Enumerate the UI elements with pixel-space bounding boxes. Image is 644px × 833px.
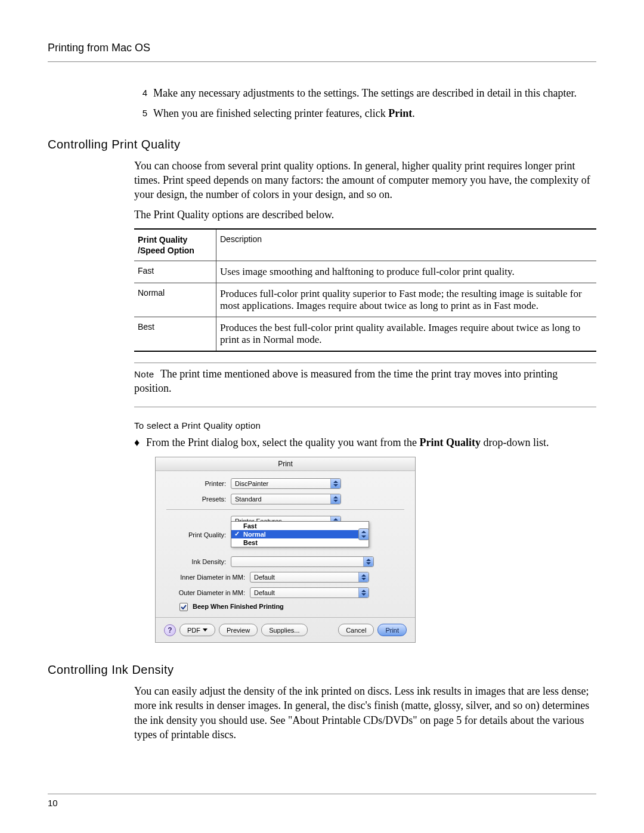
- outer-diameter-label: Outer Diameter in MM:: [166, 589, 245, 596]
- opt-name: Fast: [134, 261, 216, 283]
- print-dialog: Print Printer: DiscPainter Presets: Stan…: [155, 457, 416, 643]
- presets-row: Presets: Standard: [166, 494, 404, 504]
- print-quality-dropdown[interactable]: Fast ✓ Normal Best: [231, 521, 369, 547]
- print-quality-row: Print Quality: Fast ✓ Normal Best: [166, 531, 404, 538]
- note-block: Note The print time mentioned above is m…: [134, 367, 596, 396]
- presets-value: Standard: [235, 496, 262, 503]
- numbered-steps: 4 Make any necessary adjustments to the …: [134, 86, 596, 121]
- inner-diameter-value: Default: [254, 574, 275, 581]
- printer-label: Printer:: [166, 480, 226, 487]
- note-text: The print time mentioned above is measur…: [134, 368, 558, 394]
- bullet-text: From the Print dialog box, select the qu…: [146, 435, 596, 450]
- chevron-updown-icon: [330, 494, 340, 504]
- supplies-button[interactable]: Supplies...: [261, 624, 307, 636]
- chevron-updown-icon: [358, 588, 369, 597]
- opt-desc: Uses image smoothing and halftoning to p…: [216, 261, 597, 283]
- step-number: 4: [134, 86, 147, 100]
- printer-value: DiscPainter: [235, 480, 268, 487]
- opt-desc: Produces the best full-color print quali…: [216, 317, 597, 351]
- presets-label: Presets:: [166, 496, 226, 503]
- pq-option-best[interactable]: Best: [231, 538, 369, 547]
- page-number: 10: [48, 798, 596, 808]
- separator: [166, 509, 404, 510]
- beep-checkbox[interactable]: [179, 603, 188, 611]
- note-rule: [134, 407, 596, 407]
- check-icon: ✓: [234, 530, 240, 538]
- subheading-select-quality: To select a Print Quality option: [134, 420, 596, 431]
- table-row: Fast Uses image smoothing and halftoning…: [134, 261, 596, 283]
- beep-row: Beep When Finished Printing: [166, 603, 404, 611]
- printer-select[interactable]: DiscPainter: [231, 478, 341, 489]
- outer-diameter-select[interactable]: Default: [250, 587, 369, 598]
- inner-diameter-label: Inner Diameter in MM:: [166, 574, 245, 581]
- table-row: Normal Produces full-color print quality…: [134, 283, 596, 317]
- ink-density-label: Ink Density:: [166, 558, 226, 565]
- print-button[interactable]: Print: [377, 624, 407, 636]
- dialog-title: Print: [156, 457, 415, 471]
- print-quality-label: Print Quality:: [166, 531, 226, 538]
- ink-density-row: Ink Density:: [166, 556, 404, 567]
- cancel-button[interactable]: Cancel: [338, 624, 374, 636]
- chevron-updown-icon: [330, 479, 340, 488]
- heading-ink-density: Controlling Ink Density: [48, 663, 596, 677]
- opt-name: Best: [134, 317, 216, 351]
- pq-option-normal[interactable]: ✓ Normal: [231, 530, 369, 538]
- bullet-item: ♦ From the Print dialog box, select the …: [134, 435, 596, 450]
- paragraph: You can choose from several print qualit…: [134, 159, 596, 202]
- chevron-updown-icon: [358, 572, 369, 582]
- ink-density-select[interactable]: [231, 556, 374, 567]
- outer-diameter-value: Default: [254, 589, 275, 596]
- outer-diameter-row: Outer Diameter in MM: Default: [166, 587, 404, 598]
- opt-name: Normal: [134, 283, 216, 317]
- opt-desc: Produces full-color print quality superi…: [216, 283, 597, 317]
- step-number: 5: [134, 106, 147, 120]
- pq-option-fast[interactable]: Fast: [231, 522, 369, 530]
- check-icon: [181, 604, 187, 610]
- th-option: Print Quality /Speed Option: [134, 230, 216, 261]
- pdf-button[interactable]: PDF: [179, 624, 215, 636]
- chevron-down-icon: [203, 628, 208, 631]
- dialog-footer: ? PDF Preview Supplies... Cancel Print: [156, 617, 415, 642]
- header-rule: [48, 61, 596, 62]
- printer-row: Printer: DiscPainter: [166, 478, 404, 489]
- print-quality-table: Print Quality /Speed Option Description …: [134, 228, 596, 352]
- page-footer: 10: [48, 789, 596, 808]
- heading-print-quality: Controlling Print Quality: [48, 138, 596, 151]
- paragraph: You can easily adjust the density of the…: [134, 684, 596, 742]
- step-5: 5 When you are finished selecting printe…: [134, 106, 596, 120]
- step-4: 4 Make any necessary adjustments to the …: [134, 86, 596, 100]
- inner-diameter-select[interactable]: Default: [250, 572, 369, 583]
- bullet-glyph: ♦: [134, 435, 146, 450]
- paragraph: The Print Quality options are described …: [134, 208, 596, 222]
- page-header: Printing from Mac OS: [48, 42, 596, 54]
- step-text: When you are finished selecting printer …: [153, 106, 596, 120]
- note-rule: [134, 363, 596, 363]
- preview-button[interactable]: Preview: [219, 624, 258, 636]
- th-description: Description: [216, 230, 597, 261]
- presets-select[interactable]: Standard: [231, 494, 341, 504]
- chevron-updown-icon: [363, 557, 373, 566]
- help-button[interactable]: ?: [164, 624, 176, 636]
- step-text: Make any necessary adjustments to the se…: [153, 86, 596, 100]
- table-row: Best Produces the best full-color print …: [134, 317, 596, 351]
- beep-label: Beep When Finished Printing: [193, 603, 284, 610]
- inner-diameter-row: Inner Diameter in MM: Default: [166, 572, 404, 583]
- note-label: Note: [134, 369, 154, 379]
- chevron-updown-icon: [358, 528, 369, 540]
